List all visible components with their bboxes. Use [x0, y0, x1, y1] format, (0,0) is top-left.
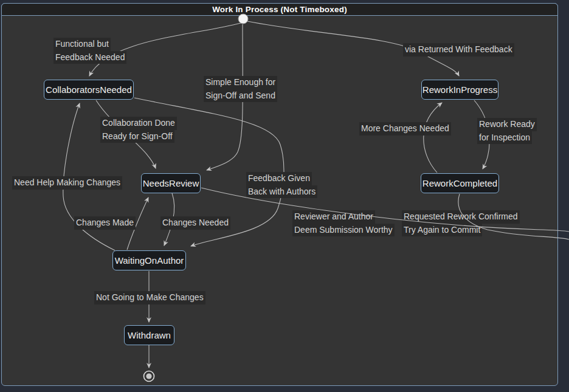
state-diagram-canvas: Work In Process (Not Timeboxed): [0, 0, 569, 392]
edge-label-collaboration-done: Collaboration Done Ready for Sign-Off: [100, 117, 177, 143]
edge-label-simple-enough: Simple Enough for Sign-Off and Send: [204, 76, 277, 102]
state-rework-completed: ReworkCompleted: [421, 173, 499, 193]
edge-label-changes-needed: Changes Needed: [160, 216, 230, 230]
edge-label-requested-rework-confirmed: Requested Rework Confirmed Try Again to …: [402, 210, 520, 236]
edge-label-feedback-given: Feedback Given Back with Authors: [246, 172, 317, 198]
state-collaborators-needed: CollaboratorsNeeded: [44, 80, 134, 100]
edge-label-need-help-making-changes: Need Help Making Changes: [12, 176, 122, 190]
edge-label-functional-but-feedback-needed: Functional but Feedback Needed: [53, 38, 126, 64]
edge-label-reviewer-and-author: Reviewer and Author Deem Submission Wort…: [292, 210, 395, 236]
state-withdrawn: Withdrawn: [124, 325, 174, 345]
edge-label-via-returned-with-feedback: via Returned With Feedback: [403, 43, 514, 57]
state-rework-in-progress: ReworkInProgress: [421, 80, 498, 100]
edge-label-more-changes-needed: More Changes Needed: [359, 122, 451, 136]
edge-label-changes-made: Changes Made: [74, 216, 136, 230]
state-waiting-on-author: WaitingOnAuthor: [112, 250, 186, 270]
edge-label-rework-ready: Rework Ready for Inspection: [477, 118, 537, 144]
state-needs-review: NeedsReview: [141, 173, 201, 193]
composite-state-title: Work In Process (Not Timeboxed): [1, 3, 558, 16]
edge-label-not-going-to-make-changes: Not Going to Make Changes: [94, 291, 205, 304]
